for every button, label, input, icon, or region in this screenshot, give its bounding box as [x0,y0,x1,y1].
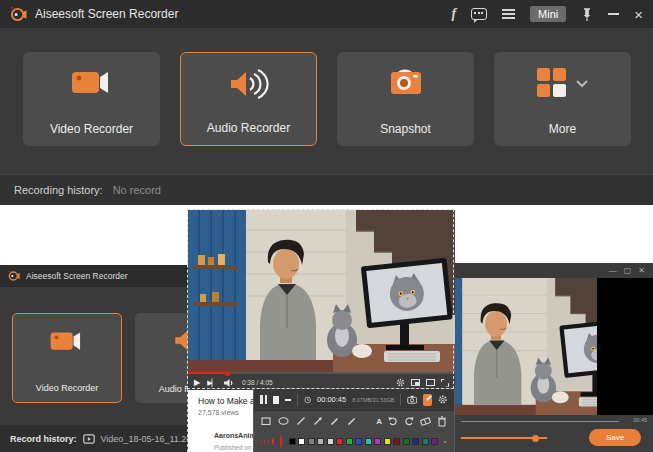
rectangle-tool-icon[interactable] [261,416,271,426]
audio-recorder-label: Audio Recorder [207,121,290,135]
feedback-icon[interactable] [471,8,487,20]
next-icon[interactable]: ▶▏ [207,379,216,387]
palette-icon[interactable] [444,436,447,448]
recording-history-label: Recording history: [14,184,103,196]
trash-icon[interactable] [437,416,447,427]
preview-seek-bar[interactable] [461,421,619,422]
miniplayer-icon[interactable] [411,379,420,386]
color-swatch[interactable] [327,438,334,445]
color-swatch[interactable] [336,438,343,445]
current-color-swatch [280,436,282,447]
color-swatch[interactable] [374,438,381,445]
video-recorder-card[interactable]: Video Recorder [23,52,160,146]
speaker-icon [181,69,316,99]
color-swatch[interactable] [317,438,324,445]
more-card[interactable]: More [494,52,631,146]
brush-tool-icon[interactable] [347,416,357,426]
color-swatch[interactable] [289,438,296,445]
app-logo-icon [8,270,20,282]
minimize-button[interactable] [608,13,619,15]
stroke-size-2[interactable] [264,440,265,443]
pen-tool-icon[interactable] [330,416,340,426]
menu-icon[interactable] [502,9,515,19]
color-swatch[interactable] [298,438,305,445]
color-swatch[interactable] [308,438,315,445]
preview-titlebar: — ▢ ✕ [455,263,653,278]
settings-gear-icon[interactable] [438,393,448,406]
mini-mode-button[interactable]: Mini [530,6,566,22]
grid-icon [494,68,631,98]
elapsed-time: 00:00:45 [317,395,346,404]
line-tool-icon[interactable] [296,416,306,426]
ellipse-tool-icon[interactable] [278,416,289,426]
hide-toolbar-button[interactable] [285,399,291,401]
edit-annotate-button[interactable] [423,394,432,406]
color-swatch[interactable] [384,438,391,445]
recording-toolbar: 00:00:45 8.07MB/21.53GB A [253,388,455,452]
player-time: 0:38 / 4:05 [242,379,273,386]
audio-recorder-card[interactable]: Audio Recorder [180,52,317,146]
mini-window-title: Aiseesoft Screen Recorder [26,271,128,281]
screenshot-root: Aiseesoft Screen Recorder f Mini × Video… [0,0,653,452]
main-titlebar: Aiseesoft Screen Recorder f Mini × [0,0,653,28]
stop-button[interactable] [273,396,279,404]
video-camera-icon [23,68,160,98]
pin-on-top-icon[interactable] [581,7,593,21]
undo-icon[interactable] [388,416,398,426]
video-recorder-card[interactable]: Video Recorder [12,313,122,403]
color-swatch[interactable] [431,438,438,445]
annotation-tools-row: A [254,410,454,431]
video-file-icon [83,434,95,444]
arrow-tool-icon[interactable] [313,416,323,426]
preview-seek-time: 00:45 [633,417,647,423]
preview-volume-slider[interactable] [461,437,547,439]
fullscreen-icon[interactable] [441,379,449,387]
facebook-icon[interactable]: f [451,7,456,21]
player-progress-bar[interactable] [188,372,455,374]
desktop-screenshot-area: Aiseesoft Screen Recorder Video Recorder… [0,205,653,452]
player-settings-icon[interactable] [396,378,405,387]
video-frame-image [188,210,455,372]
recording-controls-row: 00:00:45 8.07MB/21.53GB [254,389,454,410]
redo-icon[interactable] [404,416,414,426]
volume-icon[interactable] [223,378,235,388]
color-swatch[interactable] [365,438,372,445]
preview-video-area [455,278,653,415]
app-logo-icon [10,6,27,23]
window-title: Aiseesoft Screen Recorder [35,7,178,21]
camera-icon [337,68,474,98]
color-swatch[interactable] [393,438,400,445]
play-icon[interactable]: ▶ [194,378,200,387]
recorder-mode-cards: Video Recorder Audio Recorder Snapshot M… [23,52,631,146]
recording-history-strip: Recording history: No record [0,174,653,205]
theater-mode-icon[interactable] [426,379,435,386]
color-swatch[interactable] [346,438,353,445]
color-swatch[interactable] [403,438,410,445]
snapshot-button-icon[interactable] [407,394,417,405]
eraser-icon[interactable] [420,416,431,426]
file-size: 8.07MB/21.53GB [352,397,394,403]
pause-button[interactable] [260,395,267,404]
stroke-size-3[interactable] [268,439,269,444]
record-history-label: Record history: [10,434,77,444]
main-window: Aiseesoft Screen Recorder f Mini × Video… [0,0,653,205]
color-swatch[interactable] [412,438,419,445]
color-swatch[interactable] [355,438,362,445]
snapshot-label: Snapshot [380,122,431,136]
timer-icon [304,395,311,405]
color-palette-swatches [289,438,439,445]
more-label: More [549,122,576,136]
chevron-down-icon [575,79,589,88]
preview-frame-image [455,278,597,415]
save-button[interactable]: Save [589,429,641,446]
maximize-button[interactable]: ▢ [624,267,632,275]
stroke-size-4[interactable] [272,438,273,445]
close-button[interactable]: ✕ [638,267,645,275]
video-recorder-label: Video Recorder [36,383,98,393]
minimize-button[interactable]: — [609,267,617,275]
video-recorder-label: Video Recorder [50,122,133,136]
close-button[interactable]: × [634,7,643,22]
color-swatch[interactable] [422,438,429,445]
text-tool-icon[interactable]: A [376,417,382,426]
snapshot-card[interactable]: Snapshot [337,52,474,146]
